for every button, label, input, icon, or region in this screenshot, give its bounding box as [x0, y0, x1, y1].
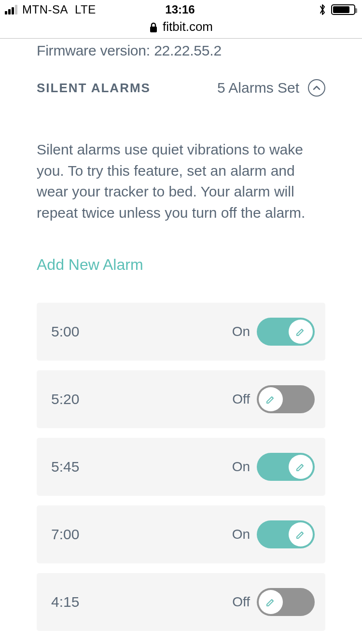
- alarm-time: 5:00: [51, 323, 79, 340]
- alarm-state-label: On: [232, 459, 250, 475]
- alarm-row[interactable]: 5:00 On: [37, 303, 325, 361]
- alarm-time: 5:20: [51, 391, 79, 407]
- alarm-row[interactable]: 7:00 On: [37, 505, 325, 563]
- pencil-icon: [289, 522, 313, 546]
- alarm-state-label: Off: [232, 594, 250, 610]
- alarm-time: 5:45: [51, 459, 79, 475]
- silent-alarms-count: 5 Alarms Set: [217, 80, 299, 96]
- signal-strength-icon: [5, 5, 17, 14]
- network-label: LTE: [75, 3, 96, 16]
- alarm-toggle[interactable]: [257, 318, 315, 346]
- url-text: fitbit.com: [163, 19, 213, 34]
- pencil-icon: [259, 590, 283, 614]
- alarm-row[interactable]: 5:45 On: [37, 438, 325, 496]
- firmware-value: 22.22.55.2: [154, 42, 222, 58]
- pencil-icon: [259, 387, 283, 411]
- firmware-row: Firmware version: 22.22.55.2: [37, 39, 325, 79]
- silent-alarms-header[interactable]: SILENT ALARMS 5 Alarms Set: [37, 79, 325, 101]
- alarm-time: 7:00: [51, 526, 79, 543]
- status-bar: MTN-SA LTE 13:16: [0, 0, 362, 19]
- svg-rect-0: [150, 27, 157, 32]
- alarm-toggle[interactable]: [257, 588, 315, 616]
- alarm-toggle[interactable]: [257, 385, 315, 413]
- alarm-time: 4:15: [51, 594, 79, 610]
- silent-alarms-title: SILENT ALARMS: [37, 81, 151, 96]
- browser-url-bar[interactable]: fitbit.com: [0, 19, 362, 39]
- lock-icon: [149, 21, 158, 33]
- pencil-icon: [289, 455, 313, 479]
- alarm-state-label: On: [232, 324, 250, 339]
- alarm-toggle[interactable]: [257, 453, 315, 481]
- firmware-label: Firmware version:: [37, 42, 150, 58]
- alarm-list: 5:00 On 5:20 Off: [37, 303, 325, 631]
- alarm-row[interactable]: 5:20 Off: [37, 370, 325, 428]
- alarm-state-label: On: [232, 527, 250, 542]
- carrier-label: MTN-SA: [22, 3, 68, 16]
- chevron-up-icon[interactable]: [308, 79, 325, 97]
- add-new-alarm-link[interactable]: Add New Alarm: [37, 256, 325, 303]
- status-time: 13:16: [165, 3, 195, 16]
- bluetooth-icon: [319, 3, 326, 16]
- alarm-row[interactable]: 4:15 Off: [37, 573, 325, 631]
- alarm-state-label: Off: [232, 392, 250, 407]
- silent-alarms-description: Silent alarms use quiet vibrations to wa…: [37, 101, 325, 256]
- battery-icon: [331, 4, 355, 15]
- pencil-icon: [289, 320, 313, 344]
- alarm-toggle[interactable]: [257, 520, 315, 548]
